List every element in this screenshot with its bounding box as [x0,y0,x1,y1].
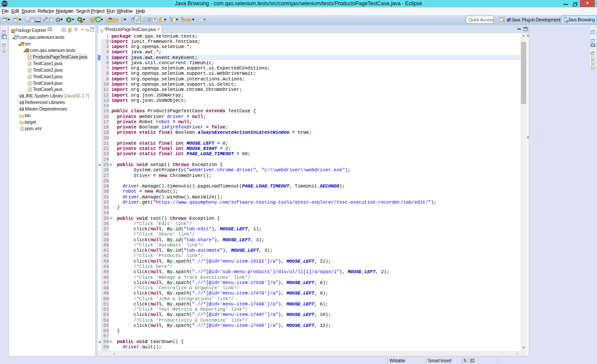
svg-text:J: J [3,49,5,52]
svg-text:J: J [17,35,19,38]
svg-text:J: J [592,66,594,69]
svg-text:J: J [101,30,102,32]
